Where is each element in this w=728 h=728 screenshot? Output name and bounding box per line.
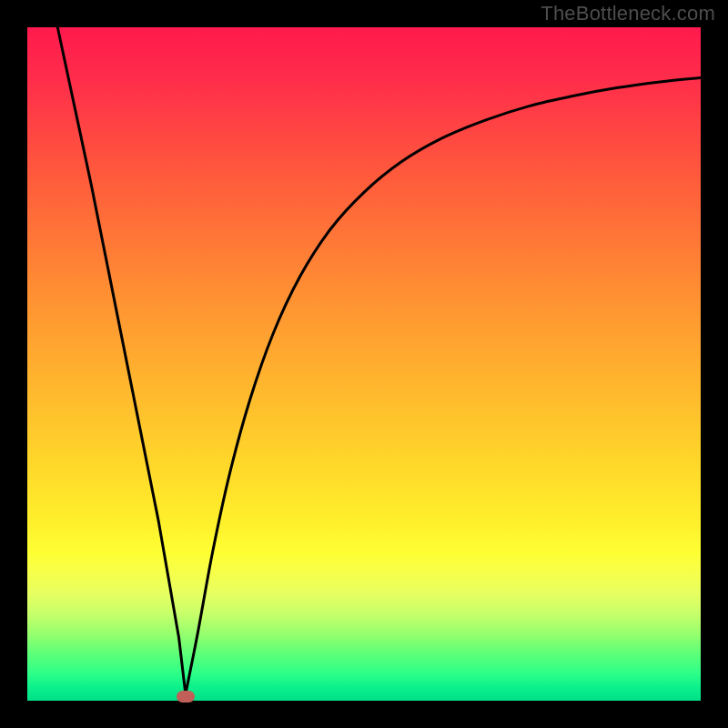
plot-area: [27, 27, 701, 701]
bottleneck-curve: [57, 27, 701, 694]
valley-marker: [177, 691, 195, 703]
curve-svg: [27, 27, 701, 701]
chart-frame: TheBottleneck.com: [0, 0, 728, 728]
watermark-text: TheBottleneck.com: [541, 2, 715, 25]
